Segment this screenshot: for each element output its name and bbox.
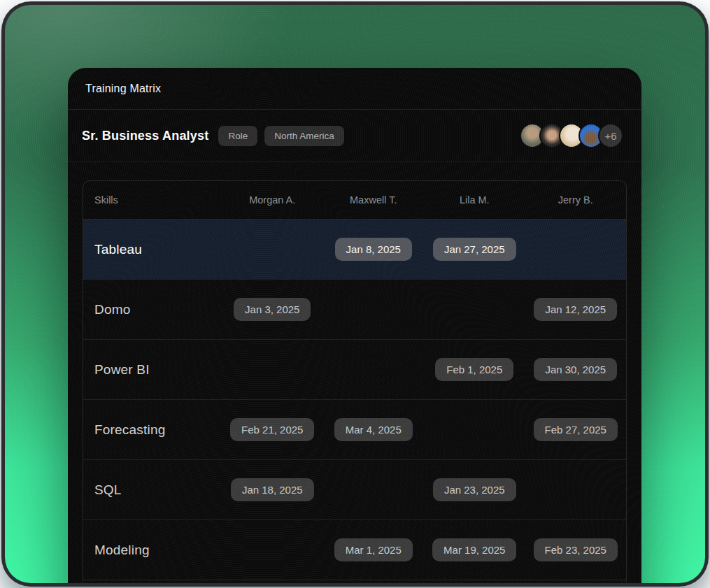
skill-label: Power BI <box>83 362 222 378</box>
next-row-stub <box>83 580 626 583</box>
region-badge[interactable]: North America <box>264 126 344 146</box>
date-cell: Feb 23, 2025 <box>525 538 627 561</box>
date-pill[interactable]: Feb 1, 2025 <box>435 358 513 381</box>
date-pill[interactable]: Jan 30, 2025 <box>534 358 617 381</box>
role-header: Sr. Business Analyst Role North America … <box>68 110 641 162</box>
skill-label: Domo <box>83 302 222 317</box>
skill-label: Modeling <box>83 543 222 558</box>
role-badge[interactable]: Role <box>218 126 257 146</box>
window-title: Training Matrix <box>85 83 161 95</box>
table-row-modeling[interactable]: Modeling Mar 1, 2025Mar 19, 2025Feb 23, … <box>83 520 626 580</box>
date-pill[interactable]: Jan 18, 2025 <box>231 478 314 501</box>
date-pill[interactable]: Jan 8, 2025 <box>335 238 412 261</box>
window-titlebar: Training Matrix <box>68 68 641 110</box>
table-row-tableau[interactable]: Tableau Jan 8, 2025Jan 27, 2025 <box>83 220 626 280</box>
skills-matrix-table: SkillsMorgan A.Maxwell T.Lila M.Jerry B.… <box>83 180 627 583</box>
date-cell: Jan 27, 2025 <box>424 238 525 261</box>
date-pill[interactable]: Jan 23, 2025 <box>433 478 516 501</box>
date-cell: Jan 23, 2025 <box>424 478 525 501</box>
date-cell: Feb 21, 2025 <box>222 418 323 441</box>
date-cell: Mar 4, 2025 <box>323 418 425 441</box>
date-cell: Jan 30, 2025 <box>525 358 627 381</box>
date-cell: Feb 27, 2025 <box>525 418 627 441</box>
skill-label: Tableau <box>83 242 222 257</box>
date-pill[interactable]: Feb 23, 2025 <box>534 538 618 561</box>
skill-label: Forecasting <box>83 422 222 438</box>
date-cell: Jan 18, 2025 <box>222 478 323 501</box>
table-header-row: SkillsMorgan A.Maxwell T.Lila M.Jerry B. <box>83 181 626 220</box>
date-cell: Mar 19, 2025 <box>424 538 525 561</box>
column-header-lila-m: Lila M. <box>424 194 525 206</box>
date-cell: Feb 1, 2025 <box>424 358 525 381</box>
date-pill[interactable]: Jan 12, 2025 <box>534 298 617 321</box>
column-header-maxwell-t: Maxwell T. <box>323 194 425 206</box>
skill-label: SQL <box>83 482 222 498</box>
table-row-power-bi[interactable]: Power BI Feb 1, 2025Jan 30, 2025 <box>83 340 626 400</box>
table-row-domo[interactable]: Domo Jan 3, 2025Jan 12, 2025 <box>83 280 626 340</box>
avatar-group[interactable]: +6 <box>520 123 627 148</box>
date-pill[interactable]: Mar 4, 2025 <box>334 418 413 441</box>
date-cell: Jan 3, 2025 <box>222 298 323 321</box>
table-row-sql[interactable]: SQL Jan 18, 2025Jan 23, 2025 <box>83 460 626 520</box>
date-pill[interactable]: Mar 19, 2025 <box>432 538 516 561</box>
role-title: Sr. Business Analyst <box>82 129 208 143</box>
date-pill[interactable]: Feb 27, 2025 <box>534 418 618 441</box>
avatar-overflow-count[interactable]: +6 <box>598 123 623 148</box>
page: Training Matrix Sr. Business Analyst Rol… <box>0 0 710 588</box>
green-backdrop: Training Matrix Sr. Business Analyst Rol… <box>5 5 705 583</box>
table-row-forecasting[interactable]: Forecasting Feb 21, 2025Mar 4, 2025Feb 2… <box>83 400 626 460</box>
date-pill[interactable]: Jan 3, 2025 <box>234 298 311 321</box>
date-pill[interactable]: Mar 1, 2025 <box>334 538 413 561</box>
training-matrix-window: Training Matrix Sr. Business Analyst Rol… <box>68 68 641 583</box>
column-header-skills: Skills <box>83 194 222 206</box>
column-header-morgan-a: Morgan A. <box>222 194 323 206</box>
date-pill[interactable]: Jan 27, 2025 <box>433 238 516 261</box>
date-cell: Jan 8, 2025 <box>323 238 425 261</box>
date-cell: Jan 12, 2025 <box>525 298 627 321</box>
date-cell: Mar 1, 2025 <box>323 538 425 561</box>
column-header-jerry-b: Jerry B. <box>525 194 627 206</box>
date-pill[interactable]: Feb 21, 2025 <box>230 418 314 441</box>
